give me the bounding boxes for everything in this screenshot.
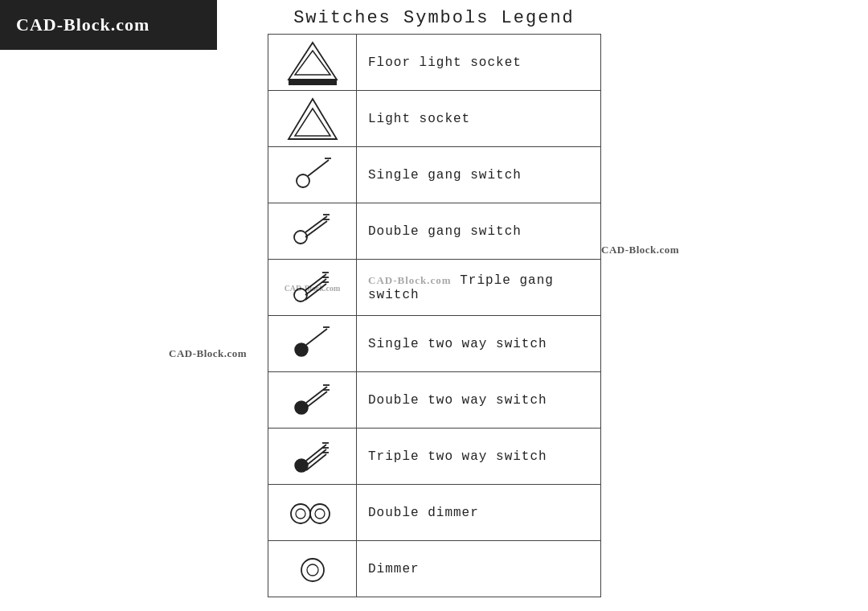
svg-marker-3 <box>289 99 337 139</box>
svg-rect-2 <box>289 80 337 85</box>
svg-point-20 <box>295 343 308 356</box>
triple-two-way-switch-icon <box>280 433 345 480</box>
icon-cell-single-two-way-switch <box>268 316 357 372</box>
table-row: Floor light socket <box>268 35 601 91</box>
icon-cell-single-gang-switch <box>268 147 357 203</box>
double-dimmer-icon <box>280 490 345 536</box>
single-gang-switch-label: Single gang switch <box>357 147 601 203</box>
icon-cell-floor-light-socket <box>268 35 357 91</box>
page-title: Switches Symbols Legend <box>0 8 868 28</box>
icon-cell-light-socket <box>268 91 357 147</box>
single-two-way-switch-label: Single two way switch <box>357 316 601 372</box>
icon-cell-dimmer <box>268 541 357 597</box>
triple-gang-switch-icon <box>280 264 345 311</box>
icon-cell-double-dimmer <box>268 485 357 541</box>
table-row: Single two way switch <box>268 316 601 372</box>
svg-point-40 <box>307 564 318 576</box>
watermark-1: CAD-Block.com <box>169 347 247 360</box>
icon-cell-triple-gang-switch: CAD-Block.com <box>268 260 357 316</box>
icon-cell-triple-two-way-switch <box>268 429 357 485</box>
table-row: Dimmer <box>268 541 601 597</box>
icon-cell-double-gang-switch <box>268 203 357 260</box>
table-row: CAD-Block.com CAD-Block.com Triple gang … <box>268 260 601 316</box>
light-socket-icon <box>285 96 341 142</box>
svg-marker-4 <box>295 109 330 136</box>
floor-light-socket-icon <box>285 39 341 86</box>
table-row: Double dimmer <box>268 485 601 541</box>
watermark-2: CAD-Block.com <box>601 244 679 256</box>
svg-point-39 <box>301 559 324 581</box>
double-two-way-switch-label: Double two way switch <box>357 372 601 429</box>
table-row: Light socket <box>268 91 601 147</box>
triple-gang-switch-label: CAD-Block.com Triple gang switch <box>357 260 601 316</box>
svg-point-13 <box>294 289 307 301</box>
dimmer-icon <box>280 546 345 593</box>
double-gang-switch-icon <box>280 208 345 255</box>
double-dimmer-label: Double dimmer <box>357 485 601 541</box>
icon-cell-double-two-way-switch <box>268 372 357 429</box>
svg-point-35 <box>291 504 310 523</box>
legend-table: Floor light socket Light socket <box>268 34 601 597</box>
svg-line-21 <box>306 329 327 345</box>
floor-light-socket-label: Floor light socket <box>357 35 601 91</box>
svg-point-28 <box>295 459 308 472</box>
svg-point-8 <box>294 231 307 244</box>
svg-line-6 <box>308 160 329 176</box>
single-gang-switch-icon <box>280 152 345 199</box>
double-two-way-switch-icon <box>280 377 345 424</box>
table-row: Double two way switch <box>268 372 601 429</box>
svg-point-23 <box>295 401 308 414</box>
double-gang-switch-label: Double gang switch <box>357 203 601 260</box>
triple-two-way-switch-label: Triple two way switch <box>357 429 601 485</box>
light-socket-label: Light socket <box>357 91 601 147</box>
table-row: Single gang switch <box>268 147 601 203</box>
dimmer-label: Dimmer <box>357 541 601 597</box>
svg-point-38 <box>315 509 325 519</box>
table-row: Triple two way switch <box>268 429 601 485</box>
svg-point-5 <box>297 174 309 187</box>
legend-table-wrap: Floor light socket Light socket <box>268 34 601 597</box>
svg-point-36 <box>296 509 305 519</box>
svg-point-37 <box>310 504 330 523</box>
table-row: Double gang switch <box>268 203 601 260</box>
single-two-way-switch-icon <box>280 321 345 367</box>
